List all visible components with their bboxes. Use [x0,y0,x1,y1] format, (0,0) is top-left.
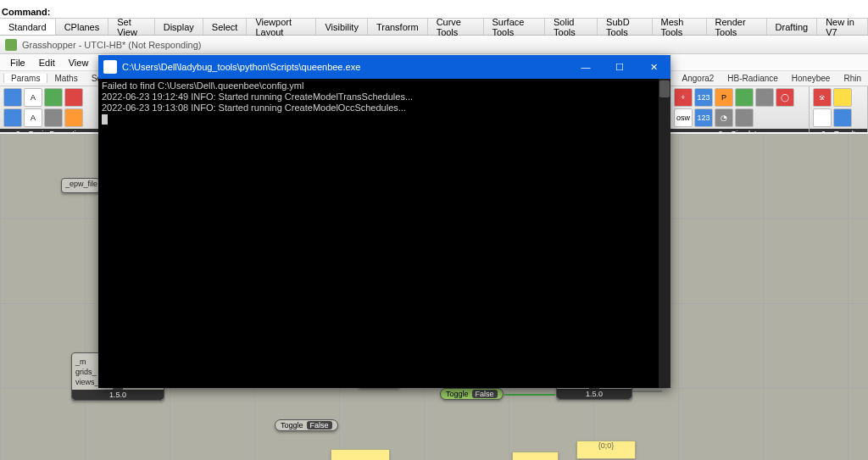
component-version: 1.5.0 [557,389,632,399]
terminal-title-text: C:\Users\Dell\ladybug_tools\python\Scrip… [122,62,360,72]
gh-ribbon-basic-properties: A A 0 :: Basic Properties [0,86,101,131]
terminal-body[interactable]: Failed to find C:\Users\Dell\.queenbee\c… [98,79,670,388]
rhino-tab-viewport-layout[interactable]: Viewport Layout [247,19,316,35]
terminal-scrollbar[interactable] [659,79,670,388]
ribbon-icon[interactable] [3,108,22,127]
gh-menu-edit[interactable]: Edit [32,58,62,68]
rhino-tab-render-tools[interactable]: Render Tools [707,19,767,35]
rhino-tab-display[interactable]: Display [155,19,203,35]
ribbon-icon[interactable]: 123 [694,108,713,127]
minimize-button[interactable]: — [569,55,603,79]
ribbon-icon[interactable] [64,88,83,107]
terminal-titlebar[interactable]: C:\Users\Dell\ladybug_tools\python\Scrip… [98,55,670,79]
terminal-window[interactable]: C:\Users\Dell\ladybug_tools\python\Scrip… [98,55,670,388]
rhino-tab-curve-tools[interactable]: Curve Tools [428,19,484,35]
rhino-tab-solid-tools[interactable]: Solid Tools [545,19,598,35]
ribbon-icon[interactable]: P [715,88,733,107]
rhino-tab-surface-tools[interactable]: Surface Tools [484,19,546,35]
gh-title-text: Grasshopper - UTCI-HB* (Not Responding) [22,40,202,50]
ribbon-icon[interactable] [755,88,774,107]
ribbon-icon[interactable]: ※ [813,88,832,107]
ribbon-icon[interactable] [735,88,754,107]
ribbon-icon[interactable] [735,108,754,127]
rhino-tab-transform[interactable]: Transform [368,19,428,35]
rhino-toolbar-tabs: Standard CPlanes Set View Display Select… [0,19,868,36]
gh-tab-maths[interactable]: Maths [47,74,84,83]
rhino-command-label: Command: [2,7,50,17]
ribbon-icon[interactable]: ◔ [715,108,733,127]
close-button[interactable]: ✕ [637,55,670,79]
wire [632,391,662,392]
toggle-label: Toggle [281,421,303,430]
rhino-tab-standard[interactable]: Standard [0,19,56,35]
component-epw-file[interactable]: _epw_file [61,178,100,193]
ribbon-icon[interactable] [833,108,852,127]
panel[interactable] [331,449,390,460]
gh-tab-rhin[interactable]: Rhin [837,74,868,83]
gh-titlebar[interactable]: Grasshopper - UTCI-HB* (Not Responding) [0,36,868,54]
gh-tab-angora2[interactable]: Angora2 [676,74,721,83]
toggle-component[interactable]: Toggle False [440,388,504,400]
ribbon-icon[interactable] [44,108,63,127]
rhino-tab-select[interactable]: Select [203,19,248,35]
rhino-tab-visibility[interactable]: Visibility [316,19,368,35]
gh-tab-hb-radiance[interactable]: HB-Radiance [721,74,784,83]
ribbon-icon[interactable] [44,88,63,107]
panel-text: {0;0} [577,441,635,450]
panel[interactable]: {0;0} [576,441,636,459]
scrollbar-thumb[interactable] [659,80,670,97]
gh-ribbon-simulate: + 123 P ◯ osw 123 ◔ 8 :: Simulate [670,86,810,131]
rhino-tab-setview[interactable]: Set View [108,19,155,35]
gh-tab-params[interactable]: Params [3,74,47,83]
toggle-label: Toggle [446,390,469,398]
toggle-value: False [472,390,498,398]
terminal-app-icon [103,60,117,74]
gh-menu-view[interactable]: View [62,58,96,68]
ribbon-icon[interactable]: 123 [694,88,713,107]
rhino-tab-cplanes[interactable]: CPlanes [56,19,109,35]
ribbon-icon[interactable]: A [24,88,42,107]
ribbon-icon[interactable] [3,88,22,107]
component-version: 1.5.0 [72,390,164,400]
gh-menu-file[interactable]: File [3,58,32,68]
rhino-tab-subd-tools[interactable]: SubD Tools [598,19,652,35]
grasshopper-icon [5,39,17,51]
rhino-tab-drafting[interactable]: Drafting [767,19,818,35]
maximize-button[interactable]: ☐ [603,55,637,79]
toggle-component[interactable]: Toggle False [275,419,338,431]
ribbon-icon[interactable] [813,108,832,127]
ribbon-icon[interactable] [833,88,852,107]
terminal-line: 2022-06-23 19:12:49 INFO: Started runnin… [102,91,413,102]
panel[interactable] [512,452,559,460]
rhino-tab-new-v7[interactable]: New in V7 [817,19,868,35]
ribbon-icon[interactable] [64,108,83,127]
gh-ribbon-result: ※ 6 :: Result [810,86,868,131]
ribbon-icon[interactable]: A [24,108,42,127]
ribbon-icon[interactable]: osw [674,108,693,127]
toggle-value: False [307,421,332,430]
port-label: _epw_file [62,179,99,189]
wire [504,394,555,396]
terminal-cursor [102,114,108,125]
ribbon-icon[interactable]: + [674,88,693,107]
gh-tab-honeybee[interactable]: Honeybee [785,74,837,83]
terminal-line: Failed to find C:\Users\Dell\.queenbee\c… [102,80,303,91]
rhino-tab-mesh-tools[interactable]: Mesh Tools [653,19,707,35]
ribbon-icon[interactable]: ◯ [776,88,794,107]
terminal-line: 2022-06-23 19:13:08 INFO: Started runnin… [102,103,406,113]
